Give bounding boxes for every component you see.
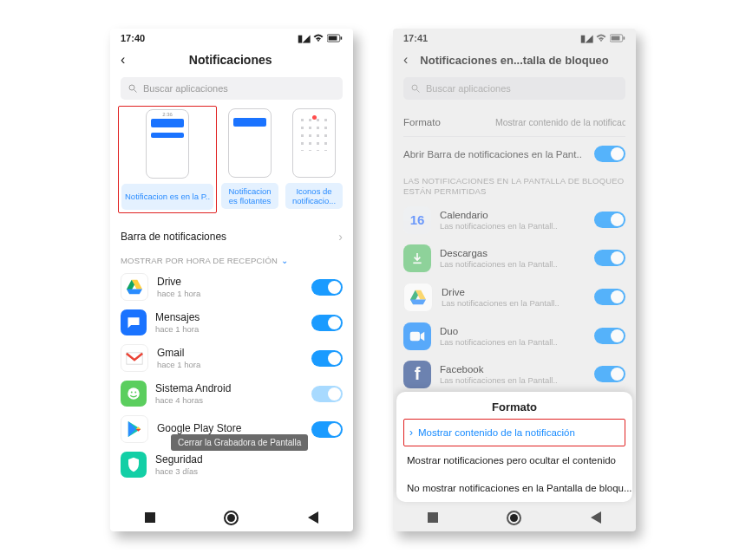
svg-point-10 <box>131 392 133 394</box>
nav-bar <box>110 504 353 531</box>
nav-recents-icon[interactable] <box>145 512 155 523</box>
svg-rect-25 <box>410 331 420 341</box>
option-hide-content[interactable]: Mostrar notificaciones pero ocultar el c… <box>396 446 632 474</box>
battery-icon <box>327 34 343 42</box>
back-icon[interactable]: ‹ <box>403 53 408 67</box>
svg-marker-13 <box>128 421 136 437</box>
messages-icon <box>121 309 147 335</box>
header: ‹ Notificaciones en...talla de bloqueo <box>393 48 636 74</box>
tile-notification-icons[interactable]: Iconos de notificacio... <box>285 108 343 211</box>
drive-icon <box>403 283 433 312</box>
svg-point-9 <box>128 387 140 400</box>
toggle-mensajes[interactable] <box>311 315 343 331</box>
svg-rect-18 <box>612 36 620 41</box>
nav-bar <box>393 504 636 531</box>
svg-point-11 <box>134 392 136 394</box>
app-row-drive[interactable]: Drive Las notificaciones en la Pantall.. <box>393 277 636 317</box>
security-icon <box>121 452 147 478</box>
format-action-sheet: Formato › Mostrar contenido de la notifi… <box>396 392 632 502</box>
toggle-play[interactable] <box>311 421 343 438</box>
download-icon <box>403 244 431 272</box>
row-notification-bar[interactable]: Barra de notificaciones › <box>110 223 353 251</box>
status-icons: ▮◢ <box>580 33 625 44</box>
chevron-right-icon: › <box>338 230 343 244</box>
caption-permitted: LAS NOTIFICACIONES EN LA PANTALLA DE BLO… <box>393 171 636 201</box>
header: ‹ Notificaciones <box>110 48 353 74</box>
svg-marker-26 <box>421 331 425 341</box>
svg-point-3 <box>129 85 134 90</box>
screenshot-lockscreen-notifications: 17:41 ▮◢ ‹ Notificaciones en...talla de … <box>393 29 636 531</box>
toggle-open-notifbar[interactable] <box>594 146 625 162</box>
nav-back-icon[interactable] <box>591 511 601 524</box>
screenshot-notifications: 17:40 ▮◢ ‹ Notificaciones Buscar aplicac… <box>110 29 353 531</box>
app-row-facebook[interactable]: f Facebook Las notificaciones en la Pant… <box>393 355 636 394</box>
toggle-duo[interactable] <box>594 328 625 344</box>
option-show-content[interactable]: › Mostrar contenido de la notificación <box>404 420 625 446</box>
svg-line-20 <box>417 90 420 93</box>
gmail-icon <box>121 344 148 372</box>
svg-rect-1 <box>341 36 343 39</box>
toggle-gmail[interactable] <box>311 350 343 367</box>
highlight-box-lockscreen: 2:36 Notificacion es en la P.. <box>118 106 217 213</box>
play-store-icon <box>121 415 148 443</box>
nav-home-icon[interactable] <box>507 511 521 525</box>
status-icons: ▮◢ <box>298 33 343 44</box>
battery-icon <box>610 34 625 42</box>
row-open-notification-bar[interactable]: Abrir Barra de notificaciones en la Pant… <box>393 137 636 171</box>
app-row-mensajes[interactable]: Mensajes hace 1 hora <box>110 305 353 340</box>
status-bar: 17:41 ▮◢ <box>393 29 636 48</box>
app-row-duo[interactable]: Duo Las notificaciones en la Pantall.. <box>393 317 636 355</box>
svg-line-4 <box>134 90 137 93</box>
facebook-icon: f <box>403 361 431 388</box>
search-placeholder: Buscar aplicaciones <box>426 83 511 94</box>
svg-rect-17 <box>624 36 625 39</box>
toggle-downloads[interactable] <box>594 250 625 266</box>
sort-caption[interactable]: MOSTRAR POR HORA DE RECEPCIÓN⌄ <box>110 251 353 269</box>
search-icon <box>128 83 138 94</box>
nav-back-icon[interactable] <box>308 511 318 524</box>
app-row-seguridad[interactable]: Seguridad hace 3 días <box>110 447 353 482</box>
wifi-icon <box>596 34 606 42</box>
page-title: Notificaciones <box>118 53 343 67</box>
format-tiles: 2:36 Notificacion es en la P.. Notificac… <box>110 108 353 211</box>
search-icon <box>410 83 421 94</box>
status-bar: 17:40 ▮◢ <box>110 29 353 48</box>
toggle-calendar[interactable] <box>594 212 625 228</box>
wifi-icon <box>313 34 324 42</box>
nav-home-icon[interactable] <box>224 511 239 525</box>
status-time: 17:40 <box>121 33 145 43</box>
app-row-calendar[interactable]: 16 Calendario Las notificaciones en la P… <box>393 201 636 239</box>
signal-icon: ▮◢ <box>298 33 310 44</box>
app-row-drive[interactable]: Drive hace 1 hora <box>110 269 353 305</box>
toggle-drive[interactable] <box>311 279 343 296</box>
sheet-title: Formato <box>396 392 632 419</box>
nav-recents-icon[interactable] <box>428 512 438 523</box>
svg-marker-7 <box>127 289 142 294</box>
search-bar[interactable]: Buscar aplicaciones <box>403 77 625 100</box>
app-row-downloads[interactable]: Descargas Las notificaciones en la Panta… <box>393 239 636 277</box>
check-icon: › <box>409 427 413 439</box>
svg-point-19 <box>412 85 417 90</box>
toggle-drive[interactable] <box>594 289 625 305</box>
row-formato[interactable]: Formato Mostrar contenido de la notifica… <box>393 108 636 136</box>
drive-icon <box>121 273 148 301</box>
svg-rect-2 <box>329 36 337 41</box>
option-no-notifications[interactable]: No mostrar notificaciones en la Pantalla… <box>396 474 632 502</box>
status-time: 17:41 <box>403 33 428 43</box>
app-row-android[interactable]: Sistema Android hace 4 horas <box>110 376 353 411</box>
app-row-gmail[interactable]: Gmail hace 1 hora <box>110 340 353 376</box>
signal-icon: ▮◢ <box>580 33 592 44</box>
highlight-box-option: › Mostrar contenido de la notificación <box>403 419 625 446</box>
toggle-facebook[interactable] <box>594 366 625 382</box>
android-icon <box>121 381 147 407</box>
tile-floating-notifications[interactable]: Notificacion es flotantes <box>221 108 278 211</box>
duo-icon <box>403 322 431 350</box>
search-placeholder: Buscar aplicaciones <box>143 83 228 94</box>
chevron-down-icon: ⌄ <box>281 256 288 265</box>
calendar-icon: 16 <box>403 206 431 234</box>
svg-marker-24 <box>410 299 426 304</box>
page-title: Notificaciones en...talla de bloqueo <box>420 54 625 67</box>
toggle-android[interactable] <box>311 386 343 402</box>
search-bar[interactable]: Buscar aplicaciones <box>121 77 343 100</box>
tile-lockscreen-notifications[interactable]: 2:36 Notificacion es en la P.. <box>121 109 213 210</box>
